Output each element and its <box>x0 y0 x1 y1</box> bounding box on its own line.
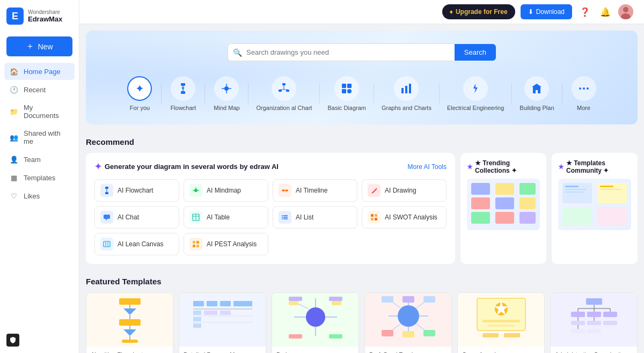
ai-tool-chat[interactable]: AI Chat <box>94 206 179 229</box>
download-button[interactable]: ⬇ Download <box>521 4 572 19</box>
search-input[interactable] <box>228 43 455 61</box>
clock-icon: 🕐 <box>10 85 18 94</box>
ai-tool-table[interactable]: AI Table <box>184 206 268 229</box>
new-button[interactable]: ＋ New <box>6 36 72 56</box>
sidebar-item-likes[interactable]: ♡ Likes <box>4 187 75 204</box>
sidebar-item-home[interactable]: 🏠 Home Page <box>4 63 75 80</box>
template-teacher[interactable]: Be A Good Teacher <box>364 292 452 353</box>
sidebar-item-label: Recent <box>24 86 46 94</box>
community-card[interactable]: ★ ★ Templates Community ✦ <box>552 153 638 264</box>
ai-tool-lean[interactable]: AI Lean Canvas <box>94 233 179 255</box>
ai-tool-timeline[interactable]: AI Timeline <box>273 179 357 202</box>
category-graphs[interactable]: Graphs and Charts <box>374 72 439 116</box>
svg-rect-88 <box>122 340 138 343</box>
ai-tool-list[interactable]: AI List <box>273 206 357 229</box>
ai-tool-swot[interactable]: AI SWOT Analysis <box>362 206 447 229</box>
ai-tool-flowchart[interactable]: AI Flowchart <box>94 179 179 202</box>
svg-rect-62 <box>471 183 490 195</box>
orgchart-label: Organization al Chart <box>256 104 312 112</box>
star-icon: ★ <box>467 163 473 171</box>
svg-rect-17 <box>342 84 346 88</box>
svg-rect-73 <box>562 207 592 226</box>
svg-rect-54 <box>375 218 377 220</box>
sidebar-item-templates[interactable]: ▦ Templates <box>4 169 75 186</box>
ai-tool-mindmap[interactable]: AI Mindmap <box>184 179 268 202</box>
logo: E Wondershare EdrawMax <box>0 0 79 32</box>
svg-rect-144 <box>603 312 617 317</box>
sidebar-item-team[interactable]: 👤 Team <box>4 151 75 168</box>
svg-rect-125 <box>382 330 393 336</box>
more-ai-link[interactable]: More AI Tools <box>408 163 447 171</box>
svg-rect-3 <box>181 83 185 86</box>
category-flowchart[interactable]: Flowchart <box>162 72 204 116</box>
category-electrical[interactable]: Electrical Engineering <box>440 72 511 116</box>
ai-card-title: ✦ Generate your diagram in several words… <box>94 161 279 172</box>
svg-rect-55 <box>104 241 110 247</box>
svg-rect-124 <box>423 296 435 303</box>
template-admin[interactable]: Administrative Organization St··· <box>550 292 638 353</box>
template-name: Camp Awards <box>458 347 544 353</box>
foryou-icon-bg: ✦ <box>127 76 152 101</box>
svg-rect-18 <box>347 84 352 88</box>
svg-rect-148 <box>587 321 601 325</box>
heart-icon: ♡ <box>10 192 18 200</box>
svg-rect-109 <box>289 334 302 339</box>
electrical-icon-bg <box>463 76 488 101</box>
ai-tool-drawing[interactable]: AI Drawing <box>362 179 447 202</box>
template-barb[interactable]: Barbecue <box>272 292 359 353</box>
ai-tool-label: AI Lean Canvas <box>118 240 163 248</box>
home-icon: 🏠 <box>10 67 18 76</box>
svg-point-29 <box>587 87 589 90</box>
category-mindmap[interactable]: Mind Map <box>205 72 248 116</box>
svg-rect-133 <box>488 325 515 327</box>
category-building[interactable]: Building Plan <box>512 72 561 116</box>
svg-line-111 <box>298 304 309 309</box>
sidebar-item-label: My Documents <box>24 104 69 120</box>
community-preview <box>558 179 631 230</box>
sidebar-item-shared[interactable]: 👥 Shared with me <box>4 125 75 150</box>
template-process[interactable]: Detailed Process Map Template <box>179 292 266 353</box>
ai-tool-label: AI Table <box>207 214 230 221</box>
category-more[interactable]: More <box>562 72 605 116</box>
trending-card[interactable]: ★ ★ Trending Collections ✦ <box>460 153 546 264</box>
download-label: Download <box>536 8 565 16</box>
svg-rect-91 <box>220 301 231 306</box>
ai-tool-label: AI SWOT Analysis <box>385 214 437 221</box>
upgrade-button[interactable]: ♦ Upgrade for Free <box>442 4 515 19</box>
sidebar-item-label: Home Page <box>24 68 61 76</box>
svg-rect-134 <box>482 333 499 337</box>
svg-rect-123 <box>382 296 393 303</box>
bell-icon: 🔔 <box>600 8 611 17</box>
template-algo[interactable]: Algorithm Flowchart <box>86 292 173 353</box>
search-button[interactable]: Search <box>455 44 496 61</box>
svg-point-102 <box>306 307 325 327</box>
sidebar-item-my-docs[interactable]: 📁 My Documents <box>4 99 75 124</box>
svg-rect-67 <box>495 212 514 224</box>
notification-button[interactable]: 🔔 <box>598 5 613 19</box>
star-icon: ★ <box>558 163 564 171</box>
category-row: ✦ For you Flowchart Mind Map <box>86 72 638 116</box>
templates-grid: Algorithm Flowchart <box>86 292 638 353</box>
basic-icon-bg <box>334 76 359 101</box>
template-thumb <box>272 293 358 347</box>
user-avatar[interactable] <box>618 4 633 19</box>
category-orgchart[interactable]: Organization al Chart <box>248 72 319 116</box>
help-button[interactable]: ❓ <box>577 5 592 19</box>
ai-tool-pest[interactable]: AI PEST Analysis <box>184 233 268 255</box>
graphs-label: Graphs and Charts <box>382 104 431 112</box>
svg-rect-22 <box>405 86 407 93</box>
svg-line-120 <box>416 302 425 308</box>
template-camp[interactable]: Camp Awards <box>457 292 545 353</box>
sidebar-item-recent[interactable]: 🕐 Recent <box>4 81 75 98</box>
logo-brand: Wondershare <box>28 9 62 15</box>
template-name: Barbecue <box>272 347 358 353</box>
category-basic[interactable]: Basic Diagram <box>320 72 374 116</box>
category-foryou[interactable]: ✦ For you <box>118 72 161 116</box>
ai-flowchart-icon <box>100 184 113 197</box>
ai-tool-label: AI List <box>296 214 313 221</box>
template-thumb <box>179 293 266 347</box>
svg-rect-97 <box>193 323 201 328</box>
svg-point-20 <box>347 89 352 93</box>
ai-tool-label: AI Timeline <box>296 187 327 194</box>
template-name: Detailed Process Map Template <box>179 347 266 353</box>
